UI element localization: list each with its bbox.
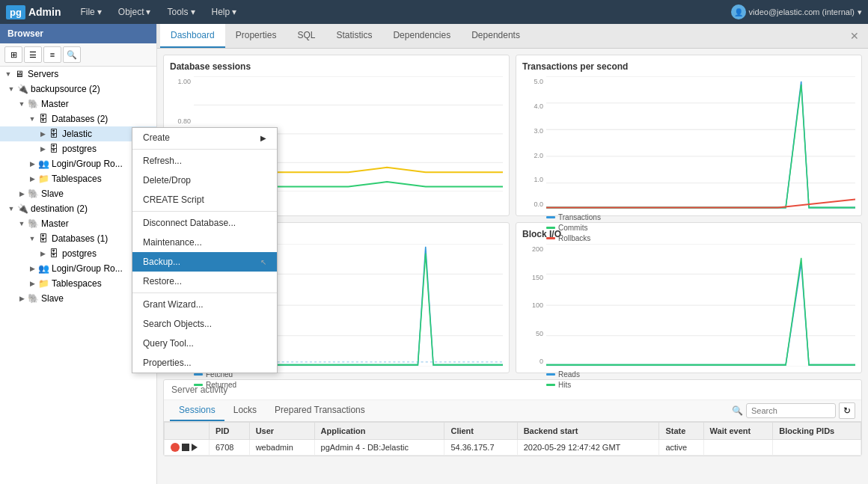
tab-dashboard[interactable]: Dashboard xyxy=(160,24,225,48)
context-refresh[interactable]: Refresh... xyxy=(132,151,277,171)
col-status xyxy=(165,423,210,440)
db-sessions-title: Database sessions xyxy=(170,61,503,72)
context-backup[interactable]: Backup... ↖ xyxy=(132,252,277,272)
tree-label-postgres2: postgres xyxy=(62,248,97,259)
context-create-script[interactable]: CREATE Script xyxy=(132,190,277,209)
transactions-title: Transactions per second xyxy=(522,61,855,72)
top-menu: File ▾ Object ▾ Tools ▾ Help ▾ xyxy=(73,4,730,20)
transactions-legend: Transactions Commits Rollbacks xyxy=(546,213,855,242)
tab-sql[interactable]: SQL xyxy=(287,24,326,48)
tree-label-destination: destination (2) xyxy=(31,203,88,214)
context-disconnect[interactable]: Disconnect Database... xyxy=(132,213,277,233)
menu-file[interactable]: File ▾ xyxy=(73,4,109,20)
block-io-content: Reads Hits xyxy=(546,244,855,367)
play-icon xyxy=(192,444,198,451)
tree-label-logingroup2: Login/Group Ro... xyxy=(52,263,123,274)
cell-backend-start: 2020-05-29 12:47:42 GMT xyxy=(517,440,659,456)
databases1-icon: 🗄 xyxy=(37,233,49,245)
col-pid: PID xyxy=(210,423,250,440)
tree-label-tablespaces1: Tablespaces xyxy=(52,174,102,184)
tree-label-postgres1: postgres xyxy=(62,144,97,154)
cell-user: webadmin xyxy=(249,440,314,456)
logo-text: Admin xyxy=(28,6,61,18)
refresh-button[interactable]: ↻ xyxy=(839,402,855,419)
legend-hits: Hits xyxy=(546,381,855,389)
tree-item-backupsource[interactable]: ▼ 🔌 backupsource (2) xyxy=(0,82,156,97)
context-search-objects[interactable]: Search Objects... xyxy=(132,314,277,334)
sessions-tabs: Sessions Locks Prepared Transactions 🔍 ↻ xyxy=(164,400,861,422)
transactions-wrapper: 5.0 4.0 3.0 2.0 1.0 0.0 xyxy=(522,76,855,209)
tab-bar: Dashboard Properties SQL Statistics Depe… xyxy=(157,24,868,49)
sessions-table-body: 6708 webadmin pgAdmin 4 - DB:Jelastic 54… xyxy=(165,440,861,456)
servers-icon: 🖥 xyxy=(13,68,25,80)
tree-label-databases2: Databases (2) xyxy=(52,114,108,124)
sessions-table-header: PID User Application Client Backend star… xyxy=(165,423,861,440)
cell-pid: 6708 xyxy=(210,440,250,456)
menu-help[interactable]: Help ▾ xyxy=(204,4,245,20)
block-io-chart: Block I/O 200 150 100 50 0 xyxy=(516,222,862,373)
block-io-wrapper: 200 150 100 50 0 xyxy=(522,244,855,367)
context-query-tool[interactable]: Query Tool... xyxy=(132,334,277,353)
col-blocking-pids: Blocking PIDs xyxy=(773,423,861,440)
tab-statistics[interactable]: Statistics xyxy=(326,24,382,48)
menu-tools[interactable]: Tools ▾ xyxy=(159,4,202,20)
tablespaces1-icon: 📁 xyxy=(37,173,49,185)
databases2-icon: 🗄 xyxy=(37,113,49,125)
tab-dependents[interactable]: Dependents xyxy=(461,24,531,48)
tab-properties[interactable]: Properties xyxy=(225,24,287,48)
top-bar: pg Admin File ▾ Object ▾ Tools ▾ Help ▾ … xyxy=(0,0,868,24)
tab-dependencies[interactable]: Dependencies xyxy=(382,24,461,48)
context-create[interactable]: Create ▶ xyxy=(132,128,277,147)
sessions-tab-sessions[interactable]: Sessions xyxy=(170,400,224,421)
submenu-arrow: ▶ xyxy=(260,134,266,142)
context-divider-1 xyxy=(132,149,277,150)
legend-rollbacks-color xyxy=(546,237,555,239)
jelastic-icon: 🗄 xyxy=(48,128,60,140)
search-icon: 🔍 xyxy=(732,405,743,416)
tree-label-databases1: Databases (1) xyxy=(52,233,108,244)
cell-client: 54.36.175.7 xyxy=(444,440,517,456)
tree-label-jelastic: Jelastic xyxy=(62,129,92,139)
context-properties[interactable]: Properties... xyxy=(132,353,277,373)
col-state: State xyxy=(659,423,703,440)
tree-label-backupsource: backupsource (2) xyxy=(31,84,100,94)
search-sidebar-button[interactable]: 🔍 xyxy=(63,46,81,63)
tablespaces2-icon: 📁 xyxy=(37,278,49,290)
block-io-yaxis: 200 150 100 50 0 xyxy=(522,244,543,367)
table-view-button[interactable]: ☰ xyxy=(24,46,42,63)
tree-item-databases2[interactable]: ▼ 🗄 Databases (2) xyxy=(0,111,156,126)
tree-label-logingroup1: Login/Group Ro... xyxy=(52,159,123,169)
sessions-tab-prepared[interactable]: Prepared Transactions xyxy=(266,400,374,421)
toggle-tablespaces2: ▶ xyxy=(27,278,37,289)
block-io-svg xyxy=(546,244,855,367)
properties-button[interactable]: ≡ xyxy=(43,46,61,63)
sessions-table: PID User Application Client Backend star… xyxy=(164,422,861,456)
legend-hits-color xyxy=(546,384,555,386)
context-delete[interactable]: Delete/Drop xyxy=(132,171,277,190)
logo-box: pg xyxy=(6,5,25,19)
search-input[interactable] xyxy=(746,403,836,418)
legend-rollbacks: Rollbacks xyxy=(546,234,855,242)
context-divider-2 xyxy=(132,211,277,212)
legend-commits: Commits xyxy=(546,224,855,232)
user-avatar: 👤 xyxy=(731,4,746,19)
tree-item-servers[interactable]: ▼ 🖥 Servers xyxy=(0,67,156,82)
table-row[interactable]: 6708 webadmin pgAdmin 4 - DB:Jelastic 54… xyxy=(165,440,861,456)
context-maintenance[interactable]: Maintenance... xyxy=(132,233,277,252)
col-backend-start: Backend start xyxy=(517,423,659,440)
legend-transactions-color xyxy=(546,216,555,218)
server-view-button[interactable]: ⊞ xyxy=(4,46,22,63)
toggle-databases1: ▼ xyxy=(27,233,37,244)
menu-object[interactable]: Object ▾ xyxy=(111,4,159,20)
sessions-tab-locks[interactable]: Locks xyxy=(224,400,266,421)
tree-label-slave1: Slave xyxy=(41,189,64,199)
tree-item-master1[interactable]: ▼ 🐘 Master xyxy=(0,97,156,111)
context-restore[interactable]: Restore... xyxy=(132,272,277,291)
sidebar-header: Browser xyxy=(0,24,156,43)
toggle-servers: ▼ xyxy=(3,69,13,79)
postgres1-icon: 🗄 xyxy=(48,143,60,155)
close-tab-button[interactable]: ✕ xyxy=(844,27,865,45)
toggle-tablespaces1: ▶ xyxy=(27,174,37,184)
toggle-master1: ▼ xyxy=(16,99,27,109)
context-grant-wizard[interactable]: Grant Wizard... xyxy=(132,295,277,314)
